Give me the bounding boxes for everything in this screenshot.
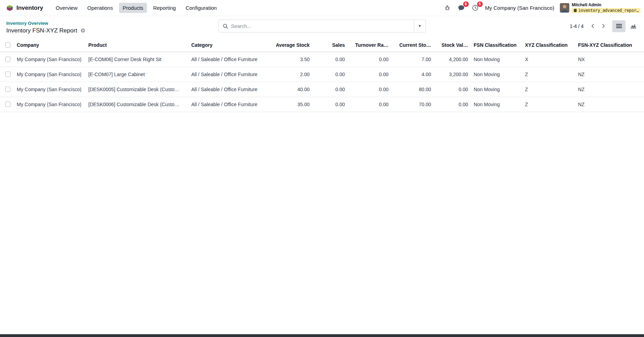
- breadcrumb: Inventory Overview: [6, 20, 85, 26]
- cell-stock-value: 4,200.00: [434, 52, 471, 67]
- cell-fsn-classification: Non Moving: [471, 52, 522, 67]
- pager-next[interactable]: [599, 22, 607, 30]
- table-row[interactable]: My Company (San Francisco) [E-COM07] Lar…: [0, 67, 644, 82]
- cell-stock-value: 0.00: [434, 82, 471, 97]
- search-input[interactable]: [228, 23, 414, 29]
- table-row[interactable]: My Company (San Francisco) [E-COM06] Cor…: [0, 52, 644, 67]
- nav-left: Inventory Overview Operations Products R…: [3, 3, 220, 13]
- row-select-cell: [0, 67, 14, 82]
- row-select-cell: [0, 52, 14, 67]
- menu-item-operations[interactable]: Operations: [84, 3, 116, 13]
- column-header-sales[interactable]: Sales: [312, 38, 348, 52]
- cell-company: My Company (San Francisco): [14, 67, 86, 82]
- row-checkbox[interactable]: [5, 102, 10, 107]
- row-checkbox[interactable]: [5, 87, 10, 92]
- gear-icon[interactable]: ⚙: [80, 28, 85, 34]
- bottom-edge: [0, 334, 644, 337]
- cell-turnover-ratio: 0.00: [348, 82, 391, 97]
- cell-fsn-xyz-classification: NZ: [575, 82, 644, 97]
- row-select-cell: [0, 82, 14, 97]
- cell-product: [E-COM07] Large Cabinet: [86, 67, 188, 82]
- cell-company: My Company (San Francisco): [14, 82, 86, 97]
- column-header-average-stock[interactable]: Average Stock: [265, 38, 312, 52]
- cell-fsn-classification: Non Moving: [471, 67, 522, 82]
- pager-value[interactable]: 1-4 / 4: [570, 23, 584, 29]
- select-all-checkbox[interactable]: [5, 42, 10, 47]
- bug-icon: [444, 5, 450, 11]
- list-view-button[interactable]: [612, 20, 626, 32]
- cell-turnover-ratio: 0.00: [348, 97, 391, 112]
- table-header-row: Company Product Category Average Stock S…: [0, 38, 644, 52]
- cell-category: All / Saleable / Office Furniture: [188, 97, 265, 112]
- column-header-current-stock[interactable]: Current Sto…: [391, 38, 434, 52]
- user-name: Mitchell Admin: [572, 3, 601, 7]
- database-badge: inventory_advanced_repor…: [572, 8, 641, 13]
- cell-current-stock: 7.00: [391, 52, 434, 67]
- cell-xyz-classification: Z: [522, 82, 575, 97]
- database-name: inventory_advanced_repor…: [578, 8, 639, 13]
- inventory-app-icon: [6, 5, 13, 12]
- cell-category: All / Saleable / Office Furniture: [188, 82, 265, 97]
- avatar: [560, 3, 569, 13]
- column-header-fsn-classification[interactable]: FSN Classification: [471, 38, 522, 52]
- company-switcher[interactable]: My Company (San Francisco): [485, 5, 554, 11]
- row-select-cell: [0, 97, 14, 112]
- cell-sales: 0.00: [312, 82, 348, 97]
- cell-xyz-classification: Z: [522, 97, 575, 112]
- search-dropdown-toggle[interactable]: ▼: [414, 20, 425, 32]
- graph-view-button[interactable]: [627, 20, 640, 32]
- cell-fsn-classification: Non Moving: [471, 82, 522, 97]
- column-header-turnover-ratio[interactable]: Turnover Ra…: [348, 38, 391, 52]
- control-panel: Inventory Overview Inventory FSN-XYZ Rep…: [0, 16, 644, 38]
- menu-item-configuration[interactable]: Configuration: [182, 3, 220, 13]
- cell-sales: 0.00: [312, 67, 348, 82]
- menu-item-products[interactable]: Products: [119, 3, 147, 13]
- cell-current-stock: 80.00: [391, 82, 434, 97]
- column-header-product[interactable]: Product: [86, 38, 188, 52]
- user-menu[interactable]: Mitchell Admin inventory_advanced_repor…: [560, 3, 641, 13]
- control-panel-right: 1-4 / 4: [570, 20, 640, 32]
- select-all-cell: [0, 38, 14, 52]
- app-menu: Overview Operations Products Reporting C…: [52, 3, 220, 13]
- cell-stock-value: 3,200.00: [434, 67, 471, 82]
- cell-average-stock: 40.00: [265, 82, 312, 97]
- cell-sales: 0.00: [312, 97, 348, 112]
- column-header-xyz-classification[interactable]: XYZ Classification: [522, 38, 575, 52]
- pager-previous[interactable]: [589, 22, 597, 30]
- activities-button[interactable]: 5: [471, 3, 480, 12]
- table-row[interactable]: My Company (San Francisco) [DESK0005] Cu…: [0, 82, 644, 97]
- cell-product: [E-COM06] Corner Desk Right Sit: [86, 52, 188, 67]
- column-header-stock-value[interactable]: Stock Val…: [434, 38, 471, 52]
- cell-turnover-ratio: 0.00: [348, 52, 391, 67]
- column-header-fsn-xyz-classification[interactable]: FSN-XYZ Classification: [575, 38, 644, 52]
- column-header-company[interactable]: Company: [14, 38, 86, 52]
- table-row[interactable]: My Company (San Francisco) [DESK0006] Cu…: [0, 97, 644, 112]
- cell-xyz-classification: X: [522, 52, 575, 67]
- chevron-right-icon: [601, 23, 606, 29]
- caret-down-icon: ▼: [419, 24, 421, 28]
- menu-item-reporting[interactable]: Reporting: [150, 3, 179, 13]
- cell-average-stock: 3.50: [265, 52, 312, 67]
- cell-current-stock: 70.00: [391, 97, 434, 112]
- top-navbar: Inventory Overview Operations Products R…: [0, 0, 644, 16]
- chevron-left-icon: [590, 23, 595, 29]
- pager: 1-4 / 4: [570, 22, 607, 30]
- debug-button[interactable]: [443, 3, 452, 12]
- cell-company: My Company (San Francisco): [14, 52, 86, 67]
- cell-average-stock: 35.00: [265, 97, 312, 112]
- breadcrumb-link-inventory-overview[interactable]: Inventory Overview: [6, 21, 48, 26]
- app-name: Inventory: [16, 5, 43, 12]
- row-checkbox[interactable]: [5, 57, 10, 62]
- view-switcher: [612, 20, 640, 32]
- app-menu-toggle[interactable]: Inventory: [3, 3, 46, 13]
- cell-fsn-xyz-classification: NX: [575, 52, 644, 67]
- messages-button[interactable]: 6: [457, 3, 466, 12]
- database-icon: [573, 9, 577, 12]
- menu-item-overview[interactable]: Overview: [52, 3, 81, 13]
- column-header-category[interactable]: Category: [188, 38, 265, 52]
- list-icon: [616, 23, 622, 29]
- messages-badge: 6: [463, 1, 469, 7]
- cell-product: [DESK0005] Customizable Desk (Custo…: [86, 82, 188, 97]
- row-checkbox[interactable]: [5, 72, 10, 77]
- cell-turnover-ratio: 0.00: [348, 67, 391, 82]
